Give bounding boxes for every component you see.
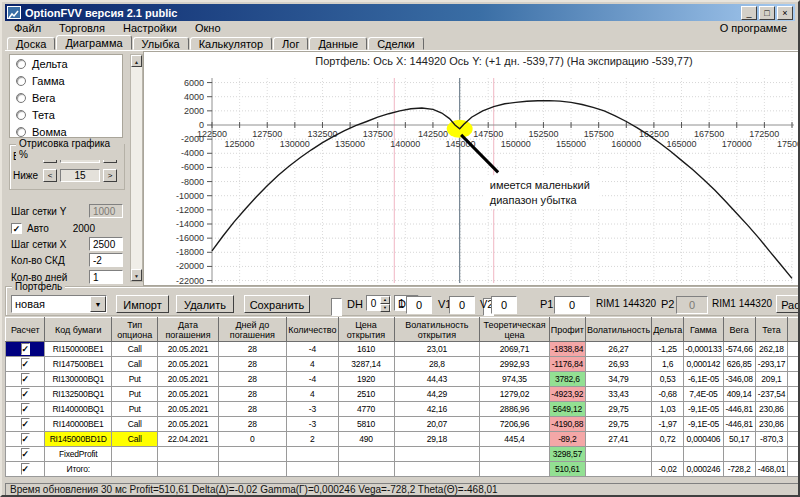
p1-input[interactable]	[554, 296, 590, 314]
chart-panel[interactable]: 6000400020000-2000-4000-6000-8000-10000-…	[143, 51, 799, 286]
row-checkbox-cell[interactable]: ✓	[6, 357, 45, 372]
row-checkbox-cell[interactable]: ✓	[6, 417, 45, 432]
radio-icon[interactable]	[16, 59, 26, 69]
cell	[218, 462, 287, 477]
close-button[interactable]: ×	[777, 6, 793, 20]
radio-option-theta[interactable]: Тета	[10, 106, 122, 123]
row-checkbox[interactable]: ✓	[21, 448, 30, 460]
row-checkbox-cell[interactable]: ✓	[6, 402, 45, 417]
row-checkbox-cell[interactable]: ✓	[6, 342, 45, 357]
v2-input[interactable]	[491, 296, 517, 314]
cell: 29,18	[394, 432, 480, 447]
cell: 2	[287, 432, 338, 447]
p2-label: P2	[661, 295, 674, 313]
column-header[interactable]: Дельта	[652, 318, 684, 342]
column-header[interactable]: Гамма	[684, 318, 723, 342]
tab-diagram[interactable]: Диаграмма	[56, 35, 131, 50]
tab-smile[interactable]: Улыбка	[133, 37, 189, 50]
tab-board[interactable]: Доска	[7, 37, 55, 50]
calculate-button[interactable]: Рассч	[776, 295, 800, 313]
cell: 0,000142	[684, 357, 723, 372]
row-checkbox-cell[interactable]: ✓	[6, 447, 45, 462]
column-header[interactable]: Код бумаги	[45, 318, 112, 342]
row-checkbox[interactable]: ✓	[21, 358, 30, 370]
days-input[interactable]	[89, 270, 123, 284]
portfolio-select[interactable]: новая ▼	[11, 295, 107, 313]
column-header[interactable]: Вега	[723, 318, 755, 342]
x-tick-label: 160000	[611, 139, 641, 149]
row-checkbox-cell[interactable]: ✓	[6, 432, 45, 447]
delete-button[interactable]: Удалить	[176, 295, 234, 313]
menu-item-about[interactable]: О программе	[711, 21, 795, 36]
import-button[interactable]: Импорт	[116, 295, 169, 313]
annotation-text: имеется маленький	[490, 179, 590, 191]
cell: -9,1E-05	[684, 417, 723, 432]
auto-checkbox[interactable]: ✓	[11, 223, 22, 234]
save-button[interactable]: Сохранить	[244, 295, 310, 313]
menu-item-trade[interactable]: Торговля	[50, 21, 114, 36]
menu-item-settings[interactable]: Настройки	[114, 21, 186, 36]
clipped-cell	[788, 387, 799, 402]
cell: Put	[112, 372, 158, 387]
radio-option-delta[interactable]: Дельта	[10, 55, 122, 72]
row-checkbox[interactable]: ✓	[21, 433, 30, 445]
y-tick-label: -16000	[176, 233, 204, 243]
column-header[interactable]: Тип опциона	[112, 318, 158, 342]
row-checkbox[interactable]: ✓	[21, 388, 30, 400]
increase-button[interactable]: >	[103, 169, 117, 182]
column-header[interactable]: Количество	[287, 318, 338, 342]
scroll-up-icon[interactable]: ▲	[131, 55, 142, 67]
menu-item-file[interactable]: Файл	[5, 21, 50, 36]
radio-option-gamma[interactable]: Гамма	[10, 72, 122, 89]
radio-option-vega[interactable]: Вега	[10, 89, 122, 106]
column-header[interactable]: Дней до погашения	[218, 318, 287, 342]
column-header[interactable]: Волатильность открытия	[394, 318, 480, 342]
radio-icon[interactable]	[16, 93, 26, 103]
d-input[interactable]	[406, 296, 432, 314]
row-checkbox[interactable]: ✓	[21, 463, 30, 475]
pnl-chart[interactable]: 6000400020000-2000-4000-6000-8000-10000-…	[144, 52, 798, 285]
cell: 4770	[338, 402, 394, 417]
column-header[interactable]: Теоретическая цена	[480, 318, 550, 342]
row-checkbox[interactable]: ✓	[21, 403, 30, 415]
cell	[394, 462, 480, 477]
column-header[interactable]: Профит	[549, 318, 585, 342]
column-header[interactable]: Расчет	[6, 318, 45, 342]
cell: -574,66	[723, 342, 755, 357]
tab-deals[interactable]: Сделки	[368, 37, 424, 50]
dh-spinner-1[interactable]: 0 ▲▼	[366, 295, 391, 311]
minimize-button[interactable]: _	[741, 6, 757, 20]
cell: Call	[112, 432, 158, 447]
x-tick-label: 152500	[528, 129, 558, 139]
menu-item-window[interactable]: Окно	[186, 21, 230, 36]
column-header[interactable]: Цена открытия	[338, 318, 394, 342]
column-header[interactable]: Волатильность	[585, 318, 651, 342]
row-checkbox[interactable]: ✓	[21, 343, 30, 355]
column-header[interactable]: Тета	[755, 318, 788, 342]
row-checkbox-cell[interactable]: ✓	[6, 387, 45, 402]
combo-dropdown-icon[interactable]: ▼	[90, 296, 106, 312]
maximize-button[interactable]: □	[759, 6, 775, 20]
grid-x-input[interactable]	[89, 237, 123, 251]
column-header[interactable]: Дата погашения	[158, 318, 218, 342]
row-checkbox[interactable]: ✓	[21, 373, 30, 385]
tab-log[interactable]: Лог	[273, 37, 308, 50]
sko-input[interactable]	[89, 253, 123, 267]
tab-data[interactable]: Данные	[309, 37, 367, 50]
left-panel-scrollbar[interactable]: ▲ ▼	[130, 54, 143, 282]
tab-calculator[interactable]: Калькулятор	[190, 37, 272, 50]
row-checkbox-cell[interactable]: ✓	[6, 372, 45, 387]
spinner-arrows-icon[interactable]: ▲▼	[380, 296, 390, 310]
radio-icon[interactable]	[16, 110, 26, 120]
scroll-down-icon[interactable]: ▼	[131, 269, 142, 281]
row-checkbox-cell[interactable]: ✓	[6, 462, 45, 477]
table-row: ✓FixedProfit3298,57	[6, 447, 799, 462]
cell	[394, 447, 480, 462]
cell: 230,86	[755, 402, 788, 417]
radio-icon[interactable]	[16, 127, 26, 137]
dh-checkbox[interactable]	[331, 298, 342, 316]
row-checkbox[interactable]: ✓	[21, 418, 30, 430]
v1-input[interactable]	[449, 296, 475, 314]
radio-icon[interactable]	[16, 76, 26, 86]
decrease-button[interactable]: <	[43, 169, 57, 182]
